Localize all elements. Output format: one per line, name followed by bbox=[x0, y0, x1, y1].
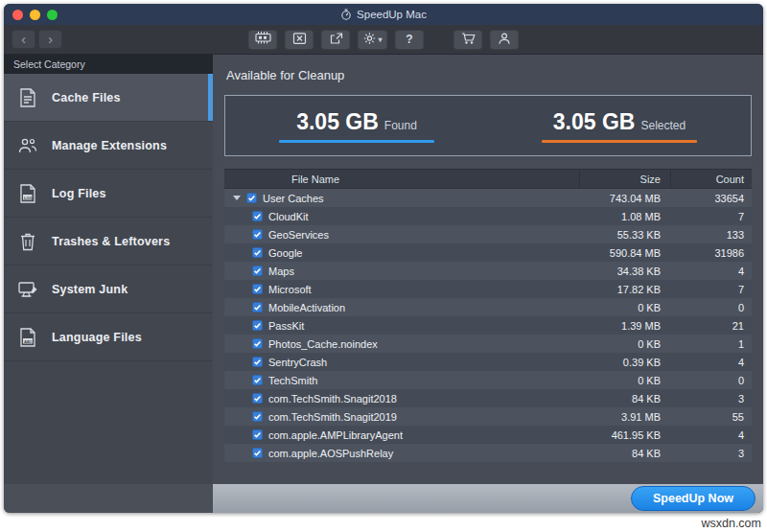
help-button[interactable]: ? bbox=[395, 30, 425, 50]
row-checkbox[interactable] bbox=[252, 411, 263, 422]
memory-button[interactable] bbox=[247, 30, 277, 50]
column-header-size[interactable]: Size bbox=[579, 170, 670, 188]
size-cell: 0 KB bbox=[579, 302, 670, 313]
table-row-passkit[interactable]: PassKit1.39 MB21 bbox=[224, 316, 752, 335]
window-title: SpeedUp Mac bbox=[4, 4, 763, 25]
count-cell: 0 bbox=[670, 375, 752, 386]
row-checkbox[interactable] bbox=[252, 375, 263, 385]
sidebar-item-label: Language Files bbox=[52, 331, 142, 344]
toolbar: ‹ › ▾? bbox=[4, 25, 763, 55]
row-checkbox[interactable] bbox=[252, 320, 263, 331]
count-cell: 21 bbox=[670, 320, 752, 332]
table-row-google[interactable]: Google590.84 MB31986 bbox=[224, 243, 752, 262]
table-row-microsoft[interactable]: Microsoft17.82 KB7 bbox=[224, 280, 752, 298]
sidebar-item-system-junk[interactable]: System Junk bbox=[4, 266, 213, 313]
manage-extensions-icon bbox=[16, 134, 39, 157]
table-row-cloudkit[interactable]: CloudKit1.08 MB7 bbox=[224, 207, 752, 225]
file-name-label: com.TechSmith.Snagit2018 bbox=[268, 393, 397, 405]
watermark: wsxdn.com bbox=[701, 517, 761, 530]
row-checkbox[interactable] bbox=[252, 357, 263, 367]
file-name-cell: com.TechSmith.Snagit2019 bbox=[224, 411, 579, 423]
file-name-label: Microsoft bbox=[268, 284, 312, 295]
table-row-com-techsmith-snagit2019[interactable]: com.TechSmith.Snagit20193.91 MB55 bbox=[224, 407, 752, 426]
row-checkbox[interactable] bbox=[252, 247, 263, 258]
sidebar-item-label: Cache Files bbox=[52, 91, 121, 104]
row-checkbox[interactable] bbox=[252, 284, 263, 294]
table-body: User Caches743.04 MB33654CloudKit1.08 MB… bbox=[224, 189, 752, 462]
table-row-techsmith[interactable]: TechSmith0 KB0 bbox=[224, 371, 752, 389]
export-button[interactable] bbox=[320, 30, 350, 50]
export-icon bbox=[328, 32, 343, 48]
found-label: Found bbox=[384, 119, 417, 132]
sidebar-item-log-files[interactable]: LOGLog Files bbox=[4, 170, 213, 218]
cart-button[interactable] bbox=[453, 30, 483, 50]
row-checkbox[interactable] bbox=[252, 448, 263, 458]
table-row-geoservices[interactable]: GeoServices55.33 KB133 bbox=[224, 225, 752, 243]
size-cell: 34.38 KB bbox=[579, 266, 670, 277]
table-row-user-caches[interactable]: User Caches743.04 MB33654 bbox=[224, 189, 752, 207]
table-row-com-techsmith-snagit2018[interactable]: com.TechSmith.Snagit201884 KB3 bbox=[224, 389, 752, 407]
forward-button[interactable]: › bbox=[38, 30, 62, 49]
gear-icon bbox=[362, 32, 376, 48]
back-button[interactable]: ‹ bbox=[12, 30, 35, 49]
column-header-file-name[interactable]: File Name bbox=[224, 170, 579, 188]
table-row-mobileactivation[interactable]: MobileActivation0 KB0 bbox=[224, 298, 752, 316]
table-row-com-apple-aospushrelay[interactable]: com.apple.AOSPushRelay84 KB3 bbox=[224, 444, 752, 462]
file-name-label: Photos_Cache.noindex bbox=[268, 338, 378, 350]
found-stat: 3.05 GB Found bbox=[225, 109, 488, 143]
row-checkbox[interactable] bbox=[252, 393, 263, 404]
table-row-photos-cache-noindex[interactable]: Photos_Cache.noindex0 KB1 bbox=[224, 335, 752, 353]
table-header: File Name Size Count bbox=[224, 170, 752, 189]
system-junk-icon bbox=[16, 278, 39, 301]
sidebar-item-trashes-leftovers[interactable]: Trashes & Leftovers bbox=[4, 218, 213, 266]
app-window: SpeedUp Mac ‹ › ▾? Select Category Cache… bbox=[4, 4, 763, 513]
row-checkbox[interactable] bbox=[252, 211, 263, 221]
row-checkbox[interactable] bbox=[252, 229, 263, 240]
selected-label: Selected bbox=[640, 119, 686, 132]
size-cell: 0 KB bbox=[579, 375, 670, 386]
file-name-label: GeoServices bbox=[268, 229, 329, 241]
language-files-icon: ABC bbox=[16, 326, 39, 349]
table-row-maps[interactable]: Maps34.38 KB4 bbox=[224, 262, 752, 280]
speedup-now-button[interactable]: SpeedUp Now bbox=[631, 486, 755, 511]
sidebar-item-manage-extensions[interactable]: Manage Extensions bbox=[4, 122, 213, 170]
titlebar: SpeedUp Mac bbox=[4, 4, 763, 25]
sidebar-item-cache-files[interactable]: Cache Files bbox=[4, 74, 213, 122]
row-checkbox[interactable] bbox=[252, 338, 263, 349]
row-checkbox[interactable] bbox=[246, 193, 257, 203]
sidebar: Select Category Cache FilesManage Extens… bbox=[4, 55, 213, 484]
count-cell: 4 bbox=[670, 429, 752, 441]
found-value: 3.05 GB bbox=[296, 109, 379, 135]
row-checkbox[interactable] bbox=[252, 429, 263, 440]
uninstall-button[interactable] bbox=[284, 30, 314, 50]
file-name-label: SentryCrash bbox=[268, 357, 327, 368]
chevron-down-icon: ▾ bbox=[378, 35, 382, 44]
count-cell: 7 bbox=[670, 211, 752, 222]
size-cell: 590.84 MB bbox=[579, 247, 670, 259]
table-row-com-apple-amplibraryagent[interactable]: com.apple.AMPLibraryAgent461.95 KB4 bbox=[224, 426, 752, 444]
row-checkbox[interactable] bbox=[252, 302, 263, 312]
minimize-window-button[interactable] bbox=[30, 10, 40, 20]
close-window-button[interactable] bbox=[12, 10, 23, 20]
file-name-label: Google bbox=[268, 247, 302, 259]
sidebar-items: Cache FilesManage ExtensionsLOGLog Files… bbox=[4, 74, 213, 361]
file-name-label: User Caches bbox=[263, 193, 324, 204]
cache-files-icon bbox=[16, 86, 39, 109]
row-checkbox[interactable] bbox=[252, 266, 263, 276]
settings-button[interactable]: ▾ bbox=[357, 30, 387, 50]
disclosure-triangle-icon[interactable] bbox=[233, 196, 241, 200]
cleanup-summary-panel: 3.05 GB Found 3.05 GB Selected bbox=[224, 95, 752, 156]
table-row-sentrycrash[interactable]: SentryCrash0.39 KB4 bbox=[224, 353, 752, 371]
account-button[interactable] bbox=[490, 30, 520, 50]
count-cell: 0 bbox=[670, 302, 752, 313]
sidebar-item-language-files[interactable]: ABCLanguage Files bbox=[4, 313, 213, 361]
trash-icon bbox=[16, 230, 39, 253]
sidebar-item-label: Trashes & Leftovers bbox=[52, 235, 170, 248]
zoom-window-button[interactable] bbox=[47, 10, 58, 20]
file-name-cell: TechSmith bbox=[224, 375, 579, 386]
traffic-lights bbox=[12, 10, 58, 20]
column-header-count[interactable]: Count bbox=[670, 170, 752, 188]
cart-icon bbox=[460, 32, 476, 48]
file-name-cell: Photos_Cache.noindex bbox=[224, 338, 579, 350]
selected-value: 3.05 GB bbox=[553, 109, 636, 135]
